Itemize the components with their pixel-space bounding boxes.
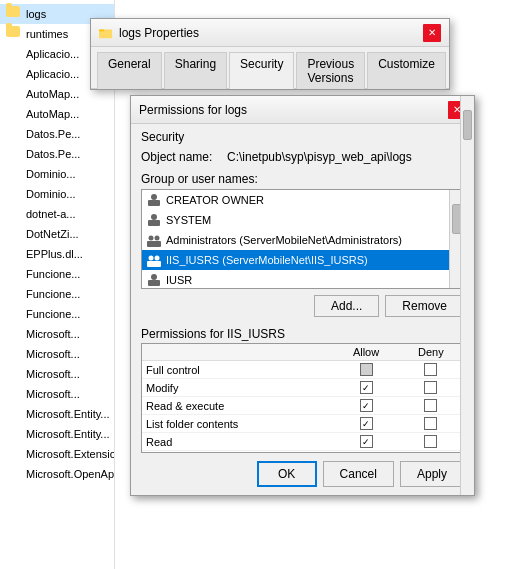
user-icon-iusr <box>146 272 162 288</box>
file-icon-20 <box>6 426 22 442</box>
tree-item-ms2[interactable]: Microsoft... <box>0 344 114 364</box>
perm-row-list-folder: List folder contents <box>142 415 463 433</box>
svg-rect-2 <box>148 200 160 206</box>
tree-item-func1[interactable]: Funcione... <box>0 264 114 284</box>
tree-item-msopen[interactable]: Microsoft.OpenApi.dll <box>0 464 114 484</box>
checkbox-readexecute-deny[interactable] <box>424 399 437 412</box>
user-item-iusr[interactable]: IUSR <box>142 270 463 289</box>
tree-item-dotnet[interactable]: dotnet-a... <box>0 204 114 224</box>
file-icon-6 <box>6 146 22 162</box>
user-item-administrators[interactable]: Administrators (ServerMobileNet\Administ… <box>142 230 463 250</box>
tree-item-msext[interactable]: Microsoft.Extensions.PlatformAbstractio.… <box>0 444 114 464</box>
file-icon-15 <box>6 326 22 342</box>
perm-name-modify: Modify <box>142 379 333 397</box>
permissions-titlebar[interactable]: Permissions for logs ✕ <box>131 96 474 124</box>
tree-item-func3[interactable]: Funcione... <box>0 304 114 324</box>
user-item-iis-iusrs[interactable]: IIS_IUSRS (ServerMobileNet\IIS_IUSRS) <box>142 250 463 270</box>
dialog-bottom-buttons: OK Cancel Apply <box>131 453 474 495</box>
checkbox-modify-deny[interactable] <box>424 381 437 394</box>
logs-properties-dialog: logs Properties ✕ General Sharing Securi… <box>90 18 450 90</box>
checkbox-read-deny[interactable] <box>424 435 437 448</box>
tree-item-mse2[interactable]: Microsoft.Entity... <box>0 424 114 444</box>
svg-rect-9 <box>147 261 161 267</box>
tree-item-ms1[interactable]: Microsoft... <box>0 324 114 344</box>
tree-item-ms4[interactable]: Microsoft... <box>0 384 114 404</box>
add-button[interactable]: Add... <box>314 295 379 317</box>
file-icon-13 <box>6 286 22 302</box>
tree-item-mse1[interactable]: Microsoft.Entity... <box>0 404 114 424</box>
svg-point-5 <box>151 214 157 220</box>
properties-titlebar[interactable]: logs Properties ✕ <box>91 19 449 47</box>
perm-deny-read-execute[interactable] <box>399 397 463 415</box>
tab-general[interactable]: General <box>97 52 162 89</box>
perm-row-modify: Modify <box>142 379 463 397</box>
properties-close-button[interactable]: ✕ <box>423 24 441 42</box>
perm-name-read: Read <box>142 433 333 451</box>
checkbox-listfolder-deny[interactable] <box>424 417 437 430</box>
tab-sharing[interactable]: Sharing <box>164 52 227 89</box>
file-icon-7 <box>6 166 22 182</box>
user-item-creator[interactable]: CREATOR OWNER <box>142 190 463 210</box>
tab-customize[interactable]: Customize <box>367 52 446 89</box>
svg-point-13 <box>151 274 157 280</box>
svg-point-11 <box>155 256 160 261</box>
perm-row-read-execute: Read & execute <box>142 397 463 415</box>
user-item-system[interactable]: SYSTEM <box>142 210 463 230</box>
tree-item-dotnetz[interactable]: DotNetZi... <box>0 224 114 244</box>
perm-allow-modify[interactable] <box>333 379 398 397</box>
folder-title-icon <box>99 26 113 40</box>
checkbox-readexecute-allow[interactable] <box>360 399 373 412</box>
checkbox-fullcontrol-deny[interactable] <box>424 363 437 376</box>
perm-deny-fullcontrol[interactable] <box>399 361 463 379</box>
file-icon-21 <box>6 446 22 462</box>
perm-deny-read[interactable] <box>399 433 463 451</box>
perm-allow-fullcontrol[interactable] <box>333 361 398 379</box>
file-icon-2 <box>6 66 22 82</box>
perm-allow-read-execute[interactable] <box>333 397 398 415</box>
perm-name-list-folder: List folder contents <box>142 415 333 433</box>
file-icon-16 <box>6 346 22 362</box>
file-icon-17 <box>6 366 22 382</box>
tree-item-ms3[interactable]: Microsoft... <box>0 364 114 384</box>
tree-item-dominio2[interactable]: Dominio... <box>0 184 114 204</box>
svg-rect-4 <box>148 220 160 226</box>
perm-name-read-execute: Read & execute <box>142 397 333 415</box>
object-name-label: Object name: <box>141 150 221 164</box>
perm-scrollbar[interactable] <box>460 343 464 453</box>
tree-item-datos1[interactable]: Datos.Pe... <box>0 124 114 144</box>
object-name-value: C:\inetpub\syp\pisyp_web_api\logs <box>227 150 412 164</box>
user-icon-system <box>146 212 162 228</box>
user-icon-creator <box>146 192 162 208</box>
apply-button[interactable]: Apply <box>400 461 464 487</box>
tab-previous-versions[interactable]: Previous Versions <box>296 52 365 89</box>
properties-dialog-title: logs Properties <box>119 26 199 40</box>
perm-allow-list-folder[interactable] <box>333 415 398 433</box>
permissions-dialog-title: Permissions for logs <box>139 103 247 117</box>
perm-allow-read[interactable] <box>333 433 398 451</box>
tree-item-automap2[interactable]: AutoMap... <box>0 104 114 124</box>
checkbox-fullcontrol-allow[interactable] <box>360 363 373 376</box>
tab-security[interactable]: Security <box>229 52 294 89</box>
group-label: Group or user names: <box>131 166 474 189</box>
tree-item-epplus[interactable]: EPPlus.dl... <box>0 244 114 264</box>
svg-rect-1 <box>99 29 104 31</box>
perm-deny-modify[interactable] <box>399 379 463 397</box>
properties-tabs: General Sharing Security Previous Versio… <box>91 47 449 89</box>
users-listbox[interactable]: CREATOR OWNER SYSTEM Administrators (Ser… <box>141 189 464 289</box>
cancel-button[interactable]: Cancel <box>323 461 394 487</box>
checkbox-listfolder-allow[interactable] <box>360 417 373 430</box>
svg-point-3 <box>151 194 157 200</box>
file-icon-14 <box>6 306 22 322</box>
checkbox-modify-allow[interactable] <box>360 381 373 394</box>
ok-button[interactable]: OK <box>257 461 317 487</box>
security-section-label: Security <box>131 124 474 148</box>
tree-item-func2[interactable]: Funcione... <box>0 284 114 304</box>
perm-col-name <box>142 344 333 361</box>
file-icon-18 <box>6 386 22 402</box>
remove-button[interactable]: Remove <box>385 295 464 317</box>
perm-col-deny: Deny <box>399 344 463 361</box>
checkbox-read-allow[interactable] <box>360 435 373 448</box>
perm-deny-list-folder[interactable] <box>399 415 463 433</box>
tree-item-dominio1[interactable]: Dominio... <box>0 164 114 184</box>
tree-item-datos2[interactable]: Datos.Pe... <box>0 144 114 164</box>
